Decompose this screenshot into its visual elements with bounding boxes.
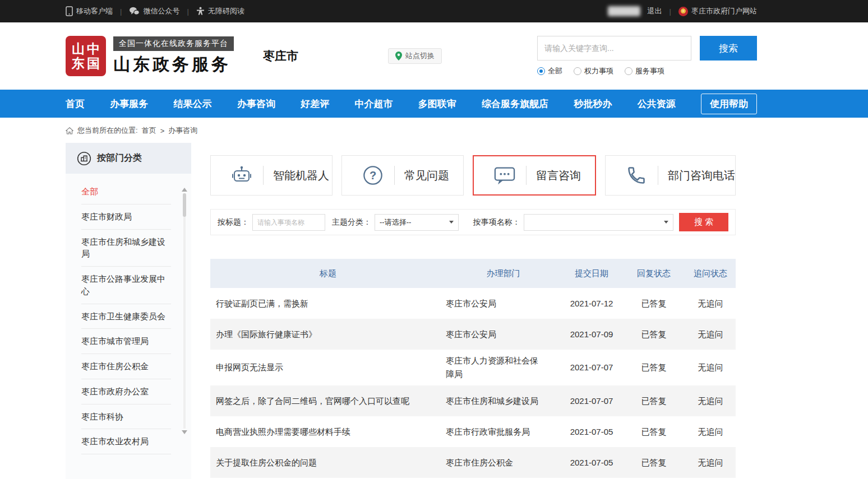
tab-label: 留言咨询 — [536, 168, 581, 183]
national-emblem-icon: ★ — [678, 7, 688, 16]
sidebar-scrollbar — [182, 188, 187, 434]
accessibility-link[interactable]: 无障碍阅读 — [196, 6, 244, 16]
table-row[interactable]: 办理《国际旅行健康证书》 枣庄市公安局 2021-07-09 已答复 无追问 — [210, 319, 736, 350]
radio-option[interactable]: 权力事项 — [574, 66, 613, 76]
header-search-button[interactable]: 搜索 — [700, 36, 757, 61]
radio-dot-icon[interactable] — [574, 67, 581, 75]
cell-title[interactable]: 申报网页无法显示 — [210, 356, 446, 379]
nav-item[interactable]: 好差评 — [301, 97, 329, 110]
nav-item[interactable]: 中介超市 — [354, 97, 393, 110]
cell-title[interactable]: 网签之后，除了合同二维码，官网哪个入口可以查呢 — [210, 390, 446, 412]
sidebar-item[interactable]: 全部 — [81, 179, 171, 204]
tab-label: 智能机器人 — [273, 168, 329, 183]
brand-name: 山东政务服务 — [113, 53, 234, 76]
table-row[interactable]: 关于提取住房公积金的问题 枣庄市住房公积金 2021-07-05 已答复 无追问 — [210, 447, 736, 478]
nav-item[interactable]: 秒批秒办 — [574, 97, 612, 110]
cell-submit-date: 2021-07-12 — [561, 292, 622, 315]
scroll-down-icon[interactable] — [182, 430, 187, 434]
content-area: 按部门分类 全部 枣庄市财政局 枣庄市住房和城乡建设局 枣庄市公路事业发展中心 … — [66, 143, 736, 479]
table-row[interactable]: 电商营业执照办理需要哪些材料手续 枣庄市行政审批服务局 2021-07-05 已… — [210, 416, 736, 447]
cell-title[interactable]: 行驶证副页已满，需换新 — [210, 292, 446, 315]
cell-reply-status: 已答复 — [622, 452, 685, 474]
topbar-left-links: 移动客户端 | 微信公众号 | 无障碍阅读 — [66, 6, 244, 16]
table-row[interactable]: 申报网页无法显示 枣庄市人力资源和社会保障局 2021-07-07 已答复 无追… — [210, 350, 736, 385]
breadcrumb-home-link[interactable]: 首页 — [142, 125, 156, 136]
mobile-client-link[interactable]: 移动客户端 — [66, 6, 113, 16]
category-select-value: --请选择-- — [380, 217, 411, 227]
search-scope-radios: 全部 权力事项 服务事项 — [537, 66, 757, 76]
keyword-search-input[interactable] — [537, 36, 691, 61]
department-category-icon — [77, 151, 91, 166]
radio-option[interactable]: 全部 — [537, 66, 562, 76]
sidebar-item[interactable]: 枣庄市住房和城乡建设局 — [81, 230, 171, 267]
breadcrumb: 您当前所在的位置: 首页 > 办事咨询 — [66, 125, 757, 136]
nav-item[interactable]: 多图联审 — [418, 97, 456, 110]
sidebar-item[interactable]: 枣庄市科协 — [81, 404, 171, 430]
portal-label: 枣庄市政府门户网站 — [691, 6, 757, 16]
phone-icon — [625, 164, 648, 187]
platform-badge: 全国一体化在线政务服务平台 — [113, 36, 234, 51]
brand-text: 全国一体化在线政务服务平台 山东政务服务 — [113, 36, 234, 76]
sidebar-item[interactable]: 枣庄市公路事业发展中心 — [81, 267, 171, 304]
sidebar-item[interactable]: 枣庄市财政局 — [81, 204, 171, 230]
table-header-cell: 办理部门 — [446, 268, 561, 279]
scrollbar-thumb[interactable] — [183, 193, 186, 217]
site-switch-button[interactable]: 站点切换 — [388, 48, 442, 64]
nav-item[interactable]: 办事服务 — [110, 97, 148, 110]
radio-label: 全部 — [548, 66, 562, 76]
sidebar-item[interactable]: 枣庄市城市管理局 — [81, 329, 171, 354]
radio-option[interactable]: 服务事项 — [625, 66, 664, 76]
seal-char: 中 — [87, 41, 100, 56]
cell-submit-date: 2021-07-05 — [561, 452, 622, 474]
breadcrumb-prefix: 您当前所在的位置: — [77, 125, 138, 136]
tab-faq[interactable]: ? 常见问题 — [341, 155, 464, 196]
cell-department: 枣庄市人力资源和社会保障局 — [446, 350, 561, 385]
radio-dot-icon[interactable] — [537, 67, 545, 75]
table-header-cell: 标题 — [210, 268, 446, 279]
shandong-seal-logo: 中 国 山 东 — [66, 36, 106, 76]
portal-link[interactable]: ★ 枣庄市政府门户网站 — [678, 6, 757, 16]
tab-department-phone[interactable]: 部门咨询电话 — [605, 155, 736, 196]
table-row[interactable]: 网签之后，除了合同二维码，官网哪个入口可以查呢 枣庄市住房和城乡建设局 2021… — [210, 385, 736, 416]
wechat-link[interactable]: 微信公众号 — [129, 6, 179, 16]
sidebar-item[interactable]: 枣庄市卫生健康委员会 — [81, 304, 171, 329]
brand-block: 中 国 山 东 全国一体化在线政务服务平台 山东政务服务 — [66, 36, 234, 76]
tab-smart-robot[interactable]: 智能机器人 — [210, 155, 333, 196]
sidebar-item[interactable]: 枣庄市农业农村局 — [81, 429, 171, 454]
tab-divider — [394, 166, 395, 185]
cell-title[interactable]: 办理《国际旅行健康证书》 — [210, 323, 446, 346]
item-name-select[interactable] — [524, 214, 673, 231]
radio-dot-icon[interactable] — [625, 67, 632, 75]
username-redacted — [608, 6, 640, 16]
table-row[interactable]: 行驶证副页已满，需换新 枣庄市公安局 2021-07-12 已答复 无追问 — [210, 288, 736, 319]
question-icon: ? — [361, 164, 385, 187]
tab-label: 部门咨询电话 — [668, 168, 735, 183]
nav-item[interactable]: 结果公示 — [174, 97, 212, 110]
cell-submit-date: 2021-07-09 — [561, 323, 622, 346]
sidebar-item[interactable]: 枣庄市住房公积金 — [81, 354, 171, 379]
tab-message-inquiry[interactable]: 留言咨询 — [473, 155, 596, 196]
scrollbar-track[interactable] — [183, 193, 186, 429]
scroll-up-icon[interactable] — [182, 188, 187, 192]
filter-search-button[interactable]: 搜 索 — [679, 213, 728, 231]
logout-link[interactable]: 退出 — [648, 6, 662, 16]
cell-title[interactable]: 电商营业执照办理需要哪些材料手续 — [210, 421, 446, 443]
sidebar-header: 按部门分类 — [66, 143, 191, 174]
sidebar-item[interactable]: 枣庄市政府办公室 — [81, 379, 171, 404]
cell-followup-status: 无追问 — [685, 323, 736, 346]
item-name-filter-label: 按事项名称： — [473, 217, 520, 227]
nav-item[interactable]: 公共资源 — [638, 97, 676, 110]
cell-department: 枣庄市住房和城乡建设局 — [446, 390, 561, 412]
nav-item[interactable]: 使用帮助 — [701, 94, 757, 114]
category-filter-label: 主题分类： — [332, 217, 371, 227]
breadcrumb-current: 办事咨询 — [168, 125, 197, 136]
nav-item[interactable]: 办事咨询 — [237, 97, 275, 110]
nav-item[interactable]: 首页 — [66, 97, 85, 110]
cell-followup-status: 无追问 — [685, 390, 736, 412]
nav-item[interactable]: 综合服务旗舰店 — [482, 97, 548, 110]
category-select[interactable]: --请选择-- — [375, 214, 459, 231]
cell-submit-date: 2021-07-07 — [561, 356, 622, 379]
cell-title[interactable]: 关于提取住房公积金的问题 — [210, 452, 446, 474]
topbar-right-links: 退出 | ★ 枣庄市政府门户网站 — [608, 6, 757, 16]
title-filter-input[interactable] — [252, 214, 325, 231]
